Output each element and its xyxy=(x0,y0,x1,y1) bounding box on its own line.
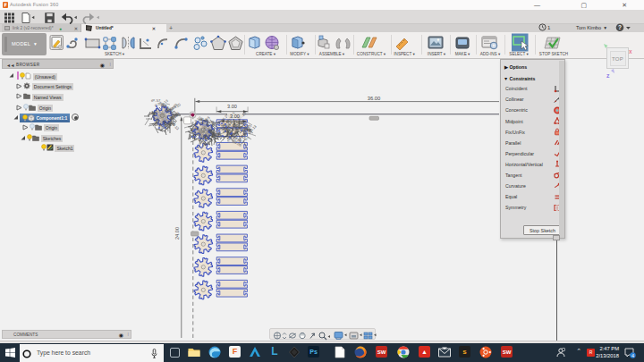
svg-text:3.00: 3.00 xyxy=(230,114,240,119)
svg-text:?: ? xyxy=(618,24,622,30)
svg-text:1: 1 xyxy=(547,25,551,30)
svg-text:R0.25: R0.25 xyxy=(171,102,182,111)
svg-text:4: 4 xyxy=(631,353,634,358)
svg-text:tP..57: tP..57 xyxy=(151,98,161,103)
svg-text:36.00: 36.00 xyxy=(368,96,381,101)
svg-text:24.00: 24.00 xyxy=(174,227,180,240)
svg-text:3.00: 3.00 xyxy=(227,104,237,109)
svg-text:z: z xyxy=(606,72,610,79)
svg-text:x: x xyxy=(629,48,632,55)
